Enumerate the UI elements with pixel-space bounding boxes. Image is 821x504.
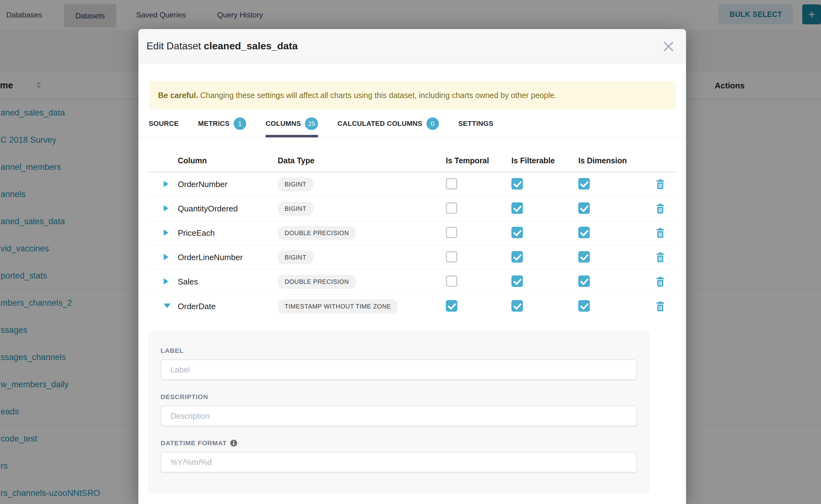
description-field-group: DESCRIPTION [161, 393, 637, 426]
is-dimension-checkbox[interactable] [578, 251, 590, 263]
trash-icon [656, 252, 665, 263]
modal-title-prefix: Edit Dataset [146, 40, 201, 52]
column-name: PriceEach [178, 228, 278, 238]
data-type-pill: BIGINT [278, 177, 313, 191]
delete-column-button[interactable] [656, 277, 665, 287]
is-temporal-checkbox[interactable] [446, 300, 458, 312]
label-field-group: LABEL [161, 347, 637, 380]
data-type-pill: BIGINT [278, 202, 313, 216]
datetime-format-field-label: DATETIME FORMAT [161, 439, 227, 447]
tab-label: CALCULATED COLUMNS [337, 120, 422, 128]
warning-text: Changing these settings will affect all … [198, 91, 557, 100]
expand-caret-icon[interactable] [164, 181, 168, 187]
is-dimension-checkbox[interactable] [578, 202, 590, 214]
tab-metrics[interactable]: METRICS 1 [198, 117, 246, 137]
datetime-format-field-group: DATETIME FORMAT [161, 439, 637, 472]
warning-bold-text: Be careful. [158, 91, 198, 100]
delete-column-button[interactable] [656, 301, 665, 312]
tab-columns[interactable]: COLUMNS 25 [265, 117, 318, 137]
modal-title: Edit Datasetcleaned_sales_data [146, 40, 298, 52]
is-dimension-checkbox[interactable] [578, 227, 590, 238]
is-dimension-header: Is Dimension [578, 156, 645, 165]
table-row: OrderDate TIMESTAMP WITHOUT TIME ZONE [149, 294, 676, 319]
is-filterable-checkbox[interactable] [512, 227, 523, 238]
is-temporal-checkbox[interactable] [446, 178, 458, 190]
table-row: Sales DOUBLE PRECISION [149, 270, 676, 294]
datetime-format-input[interactable] [161, 452, 637, 472]
label-input[interactable] [161, 359, 637, 380]
column-name: Sales [178, 277, 278, 287]
is-dimension-checkbox[interactable] [578, 300, 590, 312]
columns-table: Column Data Type Is Temporal Is Filterab… [149, 137, 676, 319]
is-temporal-checkbox[interactable] [446, 227, 458, 238]
modal-tabs: SOURCE METRICS 1 COLUMNS 25 CALCULATED C… [149, 117, 676, 137]
delete-column-button[interactable] [656, 252, 665, 263]
tab-label: COLUMNS [265, 120, 301, 128]
trash-icon [656, 228, 665, 238]
tab-label: SOURCE [149, 120, 179, 128]
column-name: OrderNumber [178, 180, 278, 189]
table-row: OrderLineNumber BIGINT [149, 245, 676, 270]
description-input[interactable] [161, 406, 637, 426]
close-button[interactable] [660, 38, 677, 55]
tab-source[interactable]: SOURCE [149, 117, 179, 137]
column-editor-panel: LABEL DESCRIPTION DATETIME FORMAT [149, 332, 649, 493]
table-row: OrderNumber BIGINT [149, 172, 676, 197]
column-name: QuantityOrdered [178, 204, 278, 214]
trash-icon [656, 204, 665, 214]
trash-icon [656, 277, 665, 287]
column-header: Column [178, 156, 278, 165]
columns-count-badge: 25 [305, 117, 318, 130]
modal-body: Be careful. Changing these settings will… [138, 81, 686, 493]
description-field-label: DESCRIPTION [161, 393, 637, 401]
column-name: OrderLineNumber [178, 253, 278, 262]
close-icon [663, 41, 674, 52]
delete-column-button[interactable] [656, 204, 665, 214]
is-filterable-checkbox[interactable] [512, 251, 523, 263]
delete-column-button[interactable] [656, 228, 665, 238]
tab-label: SETTINGS [458, 120, 493, 128]
is-dimension-checkbox[interactable] [578, 275, 590, 287]
table-row: QuantityOrdered BIGINT [149, 197, 676, 221]
expand-caret-icon[interactable] [164, 205, 168, 211]
column-name: OrderDate [178, 302, 278, 311]
trash-icon [656, 179, 665, 190]
trash-icon [656, 301, 665, 312]
modal-header: Edit Datasetcleaned_sales_data [138, 29, 686, 63]
delete-column-button[interactable] [656, 179, 665, 190]
columns-table-header: Column Data Type Is Temporal Is Filterab… [149, 137, 676, 172]
modal-title-dataset-name: cleaned_sales_data [204, 40, 298, 52]
tab-settings[interactable]: SETTINGS [458, 117, 493, 137]
is-filterable-header: Is Filterable [512, 156, 578, 165]
is-dimension-checkbox[interactable] [578, 178, 590, 190]
expand-caret-icon[interactable] [164, 254, 168, 260]
label-field-label: LABEL [161, 347, 637, 354]
expand-caret-icon[interactable] [164, 230, 168, 236]
data-type-header: Data Type [278, 156, 446, 165]
tab-calculated-columns[interactable]: CALCULATED COLUMNS 0 [337, 117, 439, 137]
tab-label: METRICS [198, 120, 230, 128]
is-filterable-checkbox[interactable] [512, 202, 523, 214]
is-filterable-checkbox[interactable] [512, 275, 523, 287]
data-type-pill: DOUBLE PRECISION [278, 275, 356, 289]
is-temporal-checkbox[interactable] [446, 251, 458, 263]
data-type-pill: TIMESTAMP WITHOUT TIME ZONE [278, 299, 398, 314]
app-root: Databases Datasets Saved Queries Query H… [0, 0, 821, 504]
expand-caret-icon[interactable] [164, 278, 168, 284]
table-row: PriceEach DOUBLE PRECISION [149, 221, 676, 245]
is-temporal-checkbox[interactable] [446, 275, 458, 287]
is-filterable-checkbox[interactable] [512, 178, 523, 190]
is-temporal-header: Is Temporal [446, 156, 512, 165]
info-icon[interactable] [230, 439, 237, 447]
is-temporal-checkbox[interactable] [446, 202, 458, 214]
calculated-columns-count-badge: 0 [427, 117, 439, 130]
data-type-pill: BIGINT [278, 250, 313, 264]
edit-dataset-modal: Edit Datasetcleaned_sales_data Be carefu… [138, 29, 686, 504]
collapse-caret-icon[interactable] [164, 304, 171, 308]
data-type-pill: DOUBLE PRECISION [278, 226, 356, 240]
warning-banner: Be careful. Changing these settings will… [149, 81, 676, 109]
is-filterable-checkbox[interactable] [512, 300, 523, 312]
metrics-count-badge: 1 [234, 117, 246, 130]
